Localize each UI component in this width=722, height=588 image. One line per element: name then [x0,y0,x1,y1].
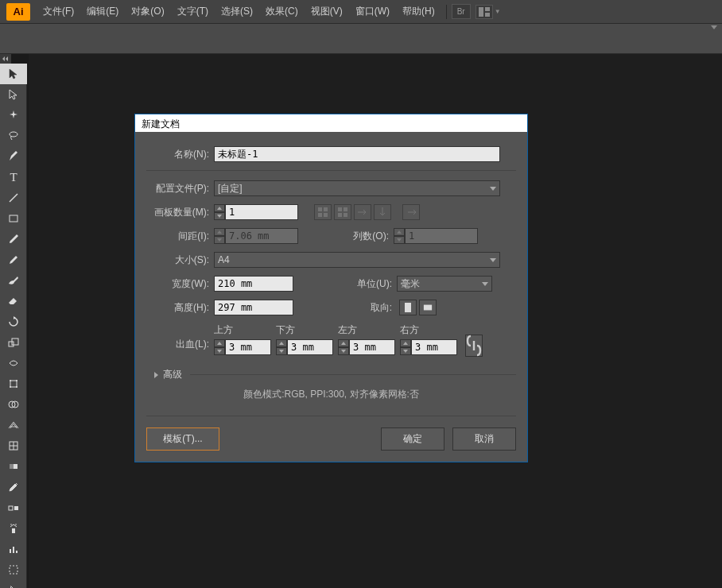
menubar: Ai 文件(F) 编辑(E) 对象(O) 文字(T) 选择(S) 效果(C) 视… [0,0,722,24]
symbol-sprayer-tool[interactable] [0,518,27,539]
height-input[interactable] [214,300,293,315]
svg-point-11 [10,386,11,388]
profile-value: [自定] [218,182,243,195]
svg-rect-38 [424,305,432,311]
height-label: 高度(H): [146,301,214,315]
slice-tool[interactable] [0,580,27,588]
pencil-tool[interactable] [0,250,27,270]
artboard-tool[interactable] [0,559,27,580]
bleed-top-label: 上方 [214,323,233,337]
bleed-top-spinner[interactable] [214,339,225,355]
shape-builder-tool[interactable] [0,394,27,415]
panel-collapse-tab[interactable] [0,54,11,64]
blend-tool[interactable] [0,497,27,518]
pen-tool[interactable] [0,146,27,167]
triangle-right-icon [154,372,158,378]
svg-point-12 [16,386,17,388]
menu-type[interactable]: 文字(T) [171,5,215,18]
svg-rect-8 [10,381,17,387]
selection-tool[interactable] [0,64,27,84]
link-bleed-icon[interactable] [465,335,483,357]
bleed-bottom-spinner[interactable] [276,339,287,355]
separator [446,5,447,19]
orientation-portrait[interactable] [399,300,417,315]
advanced-toggle[interactable]: 高级 [154,368,516,381]
scale-tool[interactable] [0,332,27,353]
direct-selection-tool[interactable] [0,84,27,105]
cols-input[interactable] [405,228,478,244]
bleed-right-spinner[interactable] [400,339,411,355]
menu-select[interactable]: 选择(S) [215,5,259,18]
menu-object[interactable]: 对象(O) [125,5,170,18]
menu-effect[interactable]: 效果(C) [259,5,305,18]
arrange-col-icon[interactable] [374,204,391,220]
menu-window[interactable]: 窗口(W) [349,5,396,18]
svg-rect-0 [479,7,483,17]
eyedropper-tool[interactable] [0,477,27,497]
profile-select[interactable]: [自定] [214,180,500,196]
grid-by-col-icon[interactable] [334,204,351,220]
spacing-label: 间距(I): [146,230,214,243]
column-graph-tool[interactable] [0,539,27,559]
arrange-row-icon[interactable] [354,204,371,220]
grid-by-row-icon[interactable] [314,204,332,220]
bleed-top-input[interactable] [225,339,271,355]
units-select[interactable]: 毫米 [397,276,492,292]
bleed-right-label: 右方 [400,323,419,337]
artboards-spinner[interactable] [214,204,225,220]
artboards-label: 画板数量(M): [146,206,214,219]
lasso-tool[interactable] [0,126,27,146]
mode-info: 颜色模式:RGB, PPI:300, 对齐像素网格:否 [146,388,516,401]
svg-rect-6 [9,342,14,346]
bleed-left-spinner[interactable] [338,339,349,355]
gradient-tool[interactable] [0,456,27,477]
menu-help[interactable]: 帮助(H) [396,5,441,18]
paintbrush-tool[interactable] [0,229,27,250]
line-tool[interactable] [0,188,27,208]
size-value: A4 [218,254,230,265]
menu-view[interactable]: 视图(V) [305,5,349,18]
chevron-down-icon: ▼ [495,8,501,15]
arrange-rtl-icon[interactable] [402,204,420,220]
orientation-landscape[interactable] [419,300,437,315]
bleed-bottom-input[interactable] [287,339,333,355]
new-document-dialog: 新建文档 名称(N): 配置文件(P): [自定] 画板数量(M): [134,114,528,462]
bleed-right-input[interactable] [411,339,457,355]
eraser-tool[interactable] [0,291,27,311]
width-input[interactable] [214,276,293,292]
menu-edit[interactable]: 编辑(E) [80,5,125,18]
svg-rect-35 [338,213,342,217]
svg-point-9 [10,380,11,381]
cols-spinner[interactable] [394,228,405,244]
width-tool[interactable] [0,353,27,373]
template-button[interactable]: 模板(T)... [146,427,219,451]
menu-file[interactable]: 文件(F) [37,5,80,18]
bleed-left-label: 左方 [338,323,357,337]
dialog-title: 新建文档 [135,114,527,132]
app-logo: Ai [6,3,30,21]
width-label: 宽度(W): [146,277,214,291]
type-tool[interactable]: T [0,167,27,188]
magic-wand-tool[interactable] [0,105,27,126]
cols-label: 列数(O): [298,230,394,243]
svg-rect-34 [344,207,347,211]
ok-button[interactable]: 确定 [381,427,444,451]
name-input[interactable] [214,146,500,162]
svg-rect-21 [14,506,18,510]
size-select[interactable]: A4 [214,252,500,268]
rotate-tool[interactable] [0,311,27,332]
svg-line-4 [10,194,17,202]
artboards-input[interactable] [225,204,298,220]
spacing-input[interactable] [225,228,298,244]
spacing-spinner[interactable] [214,228,225,244]
mesh-tool[interactable] [0,435,27,456]
blob-brush-tool[interactable] [0,270,27,291]
perspective-grid-tool[interactable] [0,415,27,435]
bridge-button[interactable]: Br [452,4,471,19]
bleed-left-input[interactable] [349,339,395,355]
free-transform-tool[interactable] [0,373,27,394]
layout-switcher[interactable] [476,5,493,19]
rectangle-tool[interactable] [0,208,27,229]
cancel-button[interactable]: 取消 [452,427,516,451]
panel-menu-icon[interactable] [711,25,717,29]
